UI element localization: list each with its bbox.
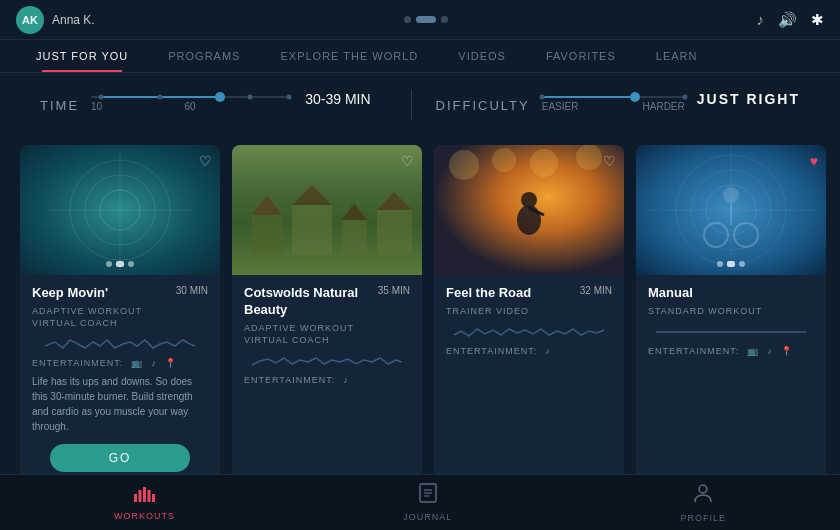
- card-sub-1: VIRTUAL COACH: [244, 335, 410, 345]
- card-title-3: Manual: [648, 285, 808, 302]
- profile-label: PROFILE: [680, 513, 726, 523]
- svg-point-25: [723, 187, 739, 203]
- filter-bar: TIME 10 60 30-39 MIN DIFFICULTY: [0, 73, 840, 137]
- svg-point-16: [576, 145, 602, 170]
- top-icons: ♪ 🔊 ✱: [757, 11, 825, 29]
- card-title-2: Feel the Road: [446, 285, 574, 302]
- location-icon-3: 📍: [781, 346, 793, 356]
- card-duration-1: 35 MIN: [378, 285, 410, 296]
- svg-marker-8: [292, 185, 332, 205]
- svg-rect-32: [147, 490, 150, 502]
- card-type-0: ADAPTIVE WORKOUT: [32, 306, 208, 316]
- heart-icon-1[interactable]: ♡: [401, 153, 414, 169]
- tab-programs[interactable]: PROGRAMS: [148, 40, 260, 72]
- heart-icon-2[interactable]: ♡: [603, 153, 616, 169]
- wave-3: [648, 322, 814, 342]
- heart-icon-3[interactable]: ♥: [810, 153, 818, 169]
- time-label: TIME: [40, 98, 79, 113]
- music-note-icon-3: ♪: [767, 346, 773, 356]
- tv-icon: 📺: [131, 358, 143, 368]
- svg-point-14: [492, 148, 516, 172]
- bluetooth-icon[interactable]: ✱: [811, 11, 824, 29]
- tab-videos[interactable]: VIDEOS: [438, 40, 526, 72]
- avatar[interactable]: AK: [16, 6, 44, 34]
- card-feel-road: ♡ Feel the Road 32 MIN TRAINER VIDEO ENT…: [434, 145, 624, 482]
- workouts-label: WORKOUTS: [114, 511, 175, 521]
- svg-point-27: [704, 223, 728, 247]
- svg-point-13: [449, 150, 479, 180]
- card-body-0: Keep Movin' 30 MIN ADAPTIVE WORKOUT VIRT…: [20, 275, 220, 482]
- time-slider[interactable]: 10 60: [91, 87, 289, 107]
- card-image-3: ♥: [636, 145, 826, 275]
- svg-marker-12: [377, 192, 412, 210]
- card-keep-movin: ♡ Keep Movin' 30 MIN ADAPTIVE WORKOUT VI…: [20, 145, 220, 482]
- location-icon: 📍: [165, 358, 177, 368]
- difficulty-filter-group: DIFFICULTY EASIER HARDER: [436, 87, 685, 123]
- play-overlay-3: [717, 261, 745, 267]
- volume-icon[interactable]: 🔊: [778, 11, 797, 29]
- wave-0: [32, 334, 208, 354]
- nav-dot-1[interactable]: [404, 16, 411, 23]
- tab-learn[interactable]: LEARN: [636, 40, 718, 72]
- card-manual: ♥ Manual STANDARD WORKOUT ENTERTAINMENT:…: [636, 145, 826, 482]
- tabs-bar: JUST FOR YOU PROGRAMS EXPLORE THE WORLD …: [0, 40, 840, 73]
- nav-workouts[interactable]: WORKOUTS: [114, 484, 175, 521]
- svg-rect-7: [292, 205, 332, 255]
- svg-rect-31: [143, 487, 146, 502]
- card-duration-2: 32 MIN: [580, 285, 612, 296]
- card-image-2: ♡: [434, 145, 624, 275]
- heart-icon-0[interactable]: ♡: [199, 153, 212, 169]
- music-note-icon-1: ♪: [343, 375, 349, 385]
- journal-label: JOURNAL: [403, 512, 452, 522]
- tab-just-for-you[interactable]: JUST FOR YOU: [16, 40, 148, 72]
- time-range-value: 30-39 MIN: [305, 91, 370, 107]
- card-description-0: Life has its ups and downs. So does this…: [32, 374, 208, 434]
- top-nav: AK Anna K. ♪ 🔊 ✱: [0, 0, 840, 40]
- card-body-1: Cotswolds Natural Beauty 35 MIN ADAPTIVE…: [232, 275, 422, 401]
- time-min-label: 10: [91, 101, 102, 112]
- play-overlay-0: [106, 261, 134, 267]
- performer-decoration: [434, 145, 624, 275]
- time-filter-group: TIME 10 60: [40, 87, 289, 123]
- svg-rect-29: [134, 494, 137, 502]
- card-type-3: STANDARD WORKOUT: [648, 306, 814, 316]
- blue-decoration: [636, 145, 826, 275]
- nav-profile[interactable]: PROFILE: [680, 482, 726, 523]
- svg-point-28: [734, 223, 758, 247]
- wave-2: [446, 322, 612, 342]
- user-name: Anna K.: [52, 13, 95, 27]
- card-body-3: Manual STANDARD WORKOUT ENTERTAINMENT: 📺…: [636, 275, 826, 372]
- card-title-1: Cotswolds Natural Beauty: [244, 285, 372, 319]
- svg-marker-10: [342, 203, 367, 220]
- tv-icon-3: 📺: [747, 346, 759, 356]
- bottom-nav: WORKOUTS JOURNAL PROFILE: [0, 474, 840, 530]
- time-mid-label: 60: [185, 101, 196, 112]
- svg-point-18: [521, 192, 537, 208]
- tab-favorites[interactable]: FAVORITES: [526, 40, 636, 72]
- workouts-icon: [134, 484, 156, 507]
- music-icon[interactable]: ♪: [757, 11, 765, 28]
- card-sub-0: VIRTUAL COACH: [32, 318, 208, 328]
- card-entertainment-2: ENTERTAINMENT: ♪: [446, 346, 612, 356]
- difficulty-slider[interactable]: EASIER HARDER: [542, 87, 685, 107]
- village-decoration: [232, 145, 422, 275]
- nav-dot-2[interactable]: [416, 16, 436, 23]
- just-right-label: JUST RIGHT: [697, 91, 800, 107]
- card-type-2: TRAINER VIDEO: [446, 306, 612, 316]
- card-body-2: Feel the Road 32 MIN TRAINER VIDEO ENTER…: [434, 275, 624, 372]
- card-cotswolds: ♡ Cotswolds Natural Beauty 35 MIN ADAPTI…: [232, 145, 422, 482]
- card-type-1: ADAPTIVE WORKOUT: [244, 323, 410, 333]
- profile-icon: [692, 482, 714, 509]
- card-entertainment-0: ENTERTAINMENT: 📺 ♪ 📍: [32, 358, 208, 368]
- filter-divider: [411, 90, 412, 120]
- tab-explore[interactable]: EXPLORE THE WORLD: [260, 40, 438, 72]
- svg-rect-30: [138, 490, 141, 502]
- svg-rect-5: [252, 215, 282, 255]
- card-image-0: ♡: [20, 145, 220, 275]
- card-entertainment-1: ENTERTAINMENT: ♪: [244, 375, 410, 385]
- easier-label: EASIER: [542, 101, 579, 112]
- cards-area: ♡ Keep Movin' 30 MIN ADAPTIVE WORKOUT VI…: [0, 137, 840, 490]
- nav-journal[interactable]: JOURNAL: [403, 483, 452, 522]
- nav-dot-3[interactable]: [441, 16, 448, 23]
- go-button-0[interactable]: GO: [50, 444, 191, 472]
